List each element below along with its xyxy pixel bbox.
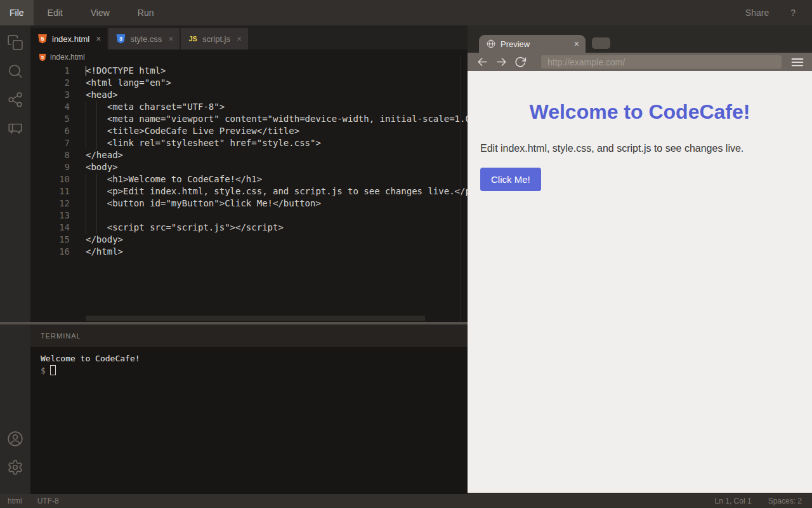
preview-tab[interactable]: Preview × — [479, 35, 586, 53]
files-icon[interactable] — [7, 34, 23, 51]
help-button[interactable]: ? — [790, 8, 796, 18]
globe-icon — [487, 39, 495, 48]
new-tab-button[interactable] — [592, 37, 610, 49]
tab-style-css[interactable]: 3 style.css × — [108, 28, 180, 50]
tab-script-js[interactable]: JS script.js × — [181, 28, 248, 50]
editor-scrollbar-track — [461, 56, 461, 322]
code-text[interactable]: <html lang="en"> — [86, 77, 468, 89]
line-number: 7 — [30, 137, 70, 149]
preview-tab-strip: Preview × — [468, 25, 812, 53]
code-line[interactable]: 4 <meta charset="UTF-8"> — [30, 101, 468, 113]
code-line[interactable]: 3<head> — [30, 89, 468, 101]
line-number: 11 — [30, 185, 70, 197]
horizontal-scrollbar[interactable] — [86, 316, 425, 321]
forward-button[interactable] — [494, 55, 508, 69]
code-line[interactable]: 5 <meta name="viewport" content="width=d… — [30, 113, 468, 125]
user-account-icon[interactable] — [7, 431, 23, 447]
code-text[interactable]: <meta charset="UTF-8"> — [86, 101, 468, 113]
chat-icon[interactable] — [7, 120, 23, 137]
code-text[interactable]: <body> — [86, 161, 468, 173]
code-text[interactable]: </body> — [86, 234, 468, 246]
code-line[interactable]: 12 <button id="myButton">Click Me!</butt… — [30, 197, 468, 210]
menu-edit[interactable]: Edit — [34, 0, 77, 25]
back-button[interactable] — [475, 55, 489, 69]
code-text[interactable] — [86, 210, 468, 222]
code-text[interactable]: <p>Edit index.html, style.css, and scrip… — [86, 185, 468, 197]
code-line[interactable]: 7 <link rel="stylesheet" href="style.css… — [30, 137, 468, 149]
menu-run[interactable]: Run — [124, 0, 168, 25]
line-number: 6 — [30, 125, 70, 137]
close-icon[interactable]: × — [168, 34, 173, 43]
menu-bar: File Edit View Run Share ? — [0, 0, 812, 25]
code-line[interactable]: 2<html lang="en"> — [30, 77, 468, 89]
settings-gear-icon[interactable] — [7, 459, 23, 476]
panel-splitter[interactable] — [0, 322, 468, 324]
editor-tab-bar: 5 index.html × 3 style.css × JS script.j… — [30, 25, 468, 50]
terminal-title: TERMINAL — [41, 332, 81, 340]
click-me-button[interactable]: Click Me! — [480, 168, 541, 191]
line-number: 8 — [30, 149, 70, 161]
code-line[interactable]: 16</html> — [30, 246, 468, 258]
url-input[interactable]: http://example.com/ — [541, 55, 782, 69]
preview-paragraph: Edit index.html, style.css, and script.j… — [480, 143, 799, 154]
status-bar: html UTF-8 Ln 1, Col 1 Spaces: 2 — [0, 494, 812, 508]
preview-tab-label: Preview — [501, 39, 530, 49]
code-line[interactable]: 15</body> — [30, 234, 468, 246]
code-line[interactable]: 10 <h1>Welcome to CodeCafe!</h1> — [30, 173, 468, 185]
reload-button[interactable] — [513, 55, 527, 69]
activity-bar — [0, 25, 30, 494]
share-network-icon[interactable] — [7, 91, 23, 108]
code-text[interactable]: <button id="myButton">Click Me!</button> — [86, 197, 468, 210]
menu-view[interactable]: View — [77, 0, 124, 25]
code-text[interactable]: <!DOCTYPE html> — [86, 65, 468, 77]
css3-icon: 3 — [116, 34, 125, 44]
html5-icon: 5 — [38, 34, 47, 44]
status-encoding[interactable]: UTF-8 — [37, 497, 59, 505]
html5-icon: 5 — [39, 53, 46, 61]
code-line[interactable]: 6 <title>CodeCafe Live Preview</title> — [30, 125, 468, 137]
code-line[interactable]: 14 <script src="script.js"></script> — [30, 222, 468, 234]
status-indentation[interactable]: Spaces: 2 — [768, 497, 802, 505]
status-language[interactable]: html — [8, 497, 22, 505]
line-number: 16 — [30, 246, 70, 258]
code-text[interactable]: <head> — [86, 89, 468, 101]
terminal-prompt: $ — [41, 366, 46, 375]
tab-index-html[interactable]: 5 index.html × — [30, 28, 107, 50]
line-number: 14 — [30, 222, 70, 234]
share-button[interactable]: Share — [745, 8, 769, 18]
tab-label: style.css — [130, 34, 162, 44]
code-line[interactable]: 9<body> — [30, 161, 468, 173]
preview-panel: Preview × http://example.com/ Welcome to… — [468, 25, 812, 493]
code-lines[interactable]: 1<!DOCTYPE html>2<html lang="en">3<head>… — [30, 65, 468, 258]
code-line[interactable]: 13 — [30, 210, 468, 222]
search-icon[interactable] — [7, 63, 23, 79]
menu-file[interactable]: File — [0, 0, 34, 25]
code-line[interactable]: 11 <p>Edit index.html, style.css, and sc… — [30, 185, 468, 197]
browser-menu-icon[interactable] — [790, 55, 804, 69]
code-text[interactable]: <script src="script.js"></script> — [86, 222, 468, 234]
code-text[interactable]: </head> — [86, 149, 468, 161]
code-text[interactable]: <title>CodeCafe Live Preview</title> — [86, 125, 468, 137]
line-number: 3 — [30, 89, 70, 101]
code-text[interactable]: <meta name="viewport" content="width=dev… — [86, 113, 468, 125]
code-text[interactable]: <link rel="stylesheet" href="style.css"> — [86, 137, 468, 149]
status-cursor-position[interactable]: Ln 1, Col 1 — [715, 497, 752, 505]
line-number: 13 — [30, 210, 70, 222]
text-cursor — [86, 66, 86, 76]
close-icon[interactable]: × — [574, 39, 579, 49]
line-number: 9 — [30, 161, 70, 173]
terminal-header: TERMINAL — [30, 324, 468, 347]
code-line[interactable]: 8</head> — [30, 149, 468, 161]
code-editor[interactable]: 5 index.html 1<!DOCTYPE html>2<html lang… — [30, 50, 468, 322]
js-icon: JS — [188, 34, 197, 44]
terminal-prompt-line[interactable]: $ — [41, 364, 468, 377]
close-icon[interactable]: × — [96, 34, 101, 43]
code-line[interactable]: 1<!DOCTYPE html> — [30, 65, 468, 77]
terminal-panel[interactable]: TERMINAL Welcome to CodeCafe! $ — [30, 324, 468, 494]
close-icon[interactable]: × — [237, 34, 242, 43]
preview-heading: Welcome to CodeCafe! — [468, 100, 812, 124]
code-text[interactable]: </html> — [86, 246, 468, 258]
line-number: 4 — [30, 101, 70, 113]
code-text[interactable]: <h1>Welcome to CodeCafe!</h1> — [86, 173, 468, 185]
line-number: 2 — [30, 77, 70, 89]
